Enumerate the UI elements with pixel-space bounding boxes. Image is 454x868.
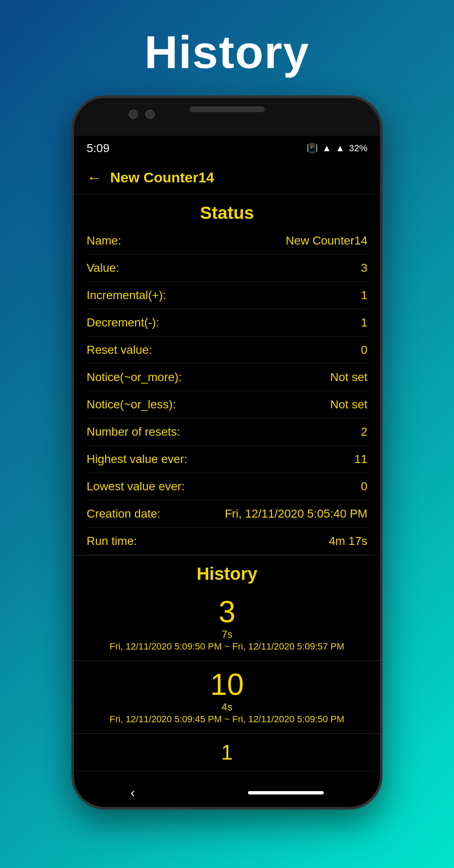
status-bar: 5:09 📳 ▲ ▲ 32%	[74, 136, 380, 161]
status-row-decrement: Decrement(-): 1	[87, 309, 367, 337]
status-row-creation: Creation date: Fri, 12/11/2020 5:05:40 P…	[87, 500, 367, 528]
label-highest: Highest value ever:	[87, 452, 187, 466]
status-row-runtime: Run time: 4m 17s	[87, 528, 367, 555]
camera-area	[129, 110, 155, 119]
status-table: Name: New Counter14 Value: 3 Incremental…	[74, 227, 380, 555]
app-nav: ← New Counter14	[74, 161, 380, 195]
home-indicator[interactable]	[248, 791, 324, 794]
app-content: ← New Counter14 Status Name: New Counter…	[74, 161, 380, 771]
label-notice-more: Notice(~or_more):	[87, 371, 182, 384]
status-row-reset-value: Reset value: 0	[87, 337, 367, 364]
status-row-lowest: Lowest value ever: 0	[87, 473, 367, 500]
label-runtime: Run time:	[87, 534, 137, 548]
label-notice-less: Notice(~or_less):	[87, 398, 176, 411]
signal-icon: ▲	[335, 143, 345, 154]
history-value-1: 3	[87, 597, 367, 627]
value-lowest: 0	[361, 480, 367, 493]
back-button[interactable]: ←	[87, 169, 102, 187]
status-row-highest: Highest value ever: 11	[87, 446, 367, 473]
value-runtime: 4m 17s	[329, 534, 367, 548]
value-decrement: 1	[361, 316, 367, 329]
status-row-value: Value: 3	[87, 255, 367, 282]
side-button	[381, 266, 383, 308]
status-row-incremental: Incremental(+): 1	[87, 282, 367, 309]
value-highest: 11	[354, 452, 367, 466]
battery-indicator: 32%	[349, 143, 367, 154]
speaker-bar	[189, 106, 265, 112]
vibrate-icon: 📳	[306, 143, 318, 154]
camera-dot-2	[145, 110, 155, 119]
label-decrement: Decrement(-):	[87, 316, 159, 329]
value-notice-more: Not set	[330, 371, 367, 384]
history-entry-2: 10 4s Fri, 12/11/2020 5:09:45 PM ~ Fri, …	[74, 661, 380, 734]
value-creation: Fri, 12/11/2020 5:05:40 PM	[225, 507, 367, 521]
history-section: History 3 7s Fri, 12/11/2020 5:09:50 PM …	[74, 555, 380, 771]
label-reset-value: Reset value:	[87, 343, 152, 357]
status-row-notice-more: Notice(~or_more): Not set	[87, 364, 367, 391]
status-row-resets: Number of resets: 2	[87, 418, 367, 446]
status-row-name: Name: New Counter14	[87, 227, 367, 255]
phone-mockup: 5:09 📳 ▲ ▲ 32% ← New Counter14 Status Na…	[67, 95, 387, 818]
label-creation: Creation date:	[87, 507, 161, 521]
value-value: 3	[361, 261, 367, 275]
status-row-notice-less: Notice(~or_less): Not set	[87, 391, 367, 418]
history-duration-2: 4s	[87, 701, 367, 713]
phone-top-bar	[74, 98, 380, 136]
history-duration-1: 7s	[87, 629, 367, 640]
page-title: History	[0, 25, 454, 79]
label-value: Value:	[87, 261, 119, 275]
label-name: Name:	[87, 234, 121, 247]
history-timerange-2: Fri, 12/11/2020 5:09:45 PM ~ Fri, 12/11/…	[87, 714, 367, 725]
counter-title: New Counter14	[110, 169, 214, 186]
label-incremental: Incremental(+):	[87, 289, 166, 302]
history-section-title: History	[74, 555, 380, 588]
page-header: History	[0, 0, 454, 95]
history-timerange-1: Fri, 12/11/2020 5:09:50 PM ~ Fri, 12/11/…	[87, 641, 367, 652]
history-entry-3: 1	[74, 734, 380, 771]
value-resets: 2	[361, 425, 367, 439]
value-incremental: 1	[361, 289, 367, 302]
label-lowest: Lowest value ever:	[87, 480, 185, 493]
value-notice-less: Not set	[330, 398, 367, 411]
value-name: New Counter14	[285, 234, 367, 247]
status-time: 5:09	[87, 142, 110, 155]
value-reset-value: 0	[361, 343, 367, 357]
history-entry-1: 3 7s Fri, 12/11/2020 5:09:50 PM ~ Fri, 1…	[74, 588, 380, 661]
camera-dot-1	[129, 110, 138, 119]
wifi-icon: ▲	[322, 143, 331, 154]
history-value-2: 10	[87, 669, 367, 700]
phone-frame: 5:09 📳 ▲ ▲ 32% ← New Counter14 Status Na…	[71, 95, 383, 810]
status-icons: 📳 ▲ ▲ 32%	[306, 143, 367, 154]
history-value-3: 1	[87, 742, 367, 763]
nav-back-button[interactable]: ‹	[130, 785, 135, 800]
status-section-title: Status	[74, 195, 380, 227]
phone-bottom-bar: ‹	[74, 771, 380, 810]
label-resets: Number of resets:	[87, 425, 180, 439]
